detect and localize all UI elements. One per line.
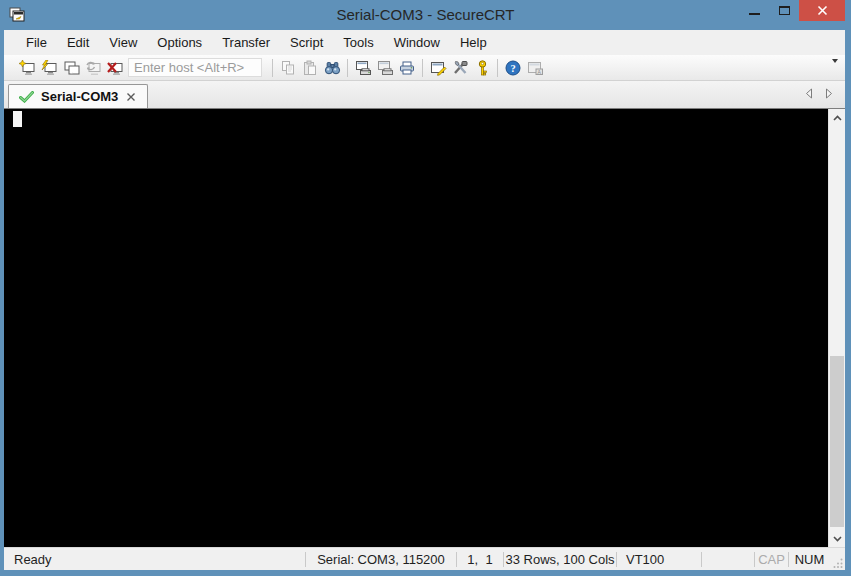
svg-text:?: ? — [510, 62, 515, 73]
connect-in-tab-icon — [63, 60, 80, 76]
chevron-up-icon — [833, 115, 842, 121]
toolbar-separator — [272, 59, 273, 77]
print-setup-button[interactable] — [396, 57, 418, 79]
scroll-up-button[interactable] — [829, 109, 845, 126]
status-cursor-position: 1, 1 — [457, 552, 503, 567]
menu-file[interactable]: File — [16, 31, 57, 54]
status-connection: Serial: COM3, 115200 — [306, 552, 456, 567]
copy-button[interactable] — [277, 57, 299, 79]
status-emulation: VT100 — [617, 552, 701, 567]
terminal-cursor — [13, 111, 22, 127]
disconnect-icon — [107, 60, 124, 76]
tab-label: Serial-COM3 — [41, 89, 118, 104]
host-input[interactable] — [128, 58, 262, 77]
quick-connect-button[interactable] — [38, 57, 60, 79]
keymap-button[interactable] — [471, 57, 493, 79]
menu-tools[interactable]: Tools — [333, 31, 383, 54]
window-controls — [739, 0, 845, 21]
menu-transfer[interactable]: Transfer — [212, 31, 280, 54]
window-title: Serial-COM3 - SecureCRT — [0, 0, 851, 30]
status-caps-indicator: CAP — [755, 552, 788, 567]
auto-print-button[interactable] — [374, 57, 396, 79]
close-icon — [817, 5, 828, 16]
menu-script[interactable]: Script — [280, 31, 333, 54]
menu-view[interactable]: View — [99, 31, 147, 54]
window-body: File Edit View Options Transfer Script T… — [4, 30, 845, 570]
toolbar-separator — [347, 59, 348, 77]
resize-grip[interactable] — [830, 548, 845, 570]
print-screen-button[interactable] — [352, 57, 374, 79]
tab-serial-com3[interactable]: Serial-COM3 — [8, 84, 148, 108]
connect-button[interactable] — [16, 57, 38, 79]
menubar: File Edit View Options Transfer Script T… — [4, 30, 845, 55]
securecrt-window: Serial-COM3 - SecureCRT File Edit View O… — [0, 0, 851, 576]
chevron-down-icon — [833, 536, 842, 542]
connect-in-tab-button[interactable] — [60, 57, 82, 79]
minimize-button[interactable] — [739, 0, 769, 21]
find-button[interactable] — [321, 57, 343, 79]
resize-grip-icon — [833, 558, 843, 568]
disconnect-button[interactable] — [104, 57, 126, 79]
global-options-icon — [452, 60, 469, 76]
menu-help[interactable]: Help — [450, 31, 497, 54]
tab-scroll-left-button[interactable] — [805, 88, 813, 99]
toolbar-overflow-button[interactable] — [829, 63, 840, 72]
scroll-down-button[interactable] — [829, 530, 845, 547]
reconnect-icon — [85, 60, 102, 76]
global-options-button[interactable] — [449, 57, 471, 79]
maximize-icon — [779, 6, 790, 15]
auto-print-icon — [377, 60, 394, 76]
tab-scroll-controls — [805, 88, 833, 99]
session-options-button[interactable] — [427, 57, 449, 79]
status-screen-size: 33 Rows, 100 Cols — [504, 552, 616, 567]
copy-icon — [280, 60, 296, 76]
menu-options[interactable]: Options — [147, 31, 212, 54]
help-button[interactable]: ? — [502, 57, 524, 79]
connected-check-icon — [19, 91, 34, 103]
securecrt-app-icon — [9, 7, 25, 23]
print-setup-icon — [399, 60, 415, 76]
scrollbar-track[interactable] — [829, 126, 845, 530]
reconnect-button[interactable] — [82, 57, 104, 79]
quick-connect-icon — [41, 60, 58, 76]
close-button[interactable] — [799, 0, 845, 21]
tab-scroll-right-button[interactable] — [825, 88, 833, 99]
terminal-screen[interactable] — [4, 109, 828, 547]
securefx-button[interactable]: A — [524, 57, 546, 79]
vertical-scrollbar[interactable] — [828, 109, 845, 547]
connect-icon — [19, 60, 36, 76]
toolbar: ? A — [4, 55, 845, 81]
minimize-icon — [749, 13, 760, 15]
print-screen-icon — [355, 60, 372, 76]
find-icon — [324, 60, 341, 76]
tab-scroll-left-icon — [805, 88, 813, 99]
keymap-icon — [476, 60, 489, 76]
securefx-icon: A — [527, 60, 544, 76]
toolbar-separator — [497, 59, 498, 77]
toolbar-separator — [422, 59, 423, 77]
statusbar: Ready Serial: COM3, 115200 1, 1 33 Rows,… — [4, 547, 845, 570]
tab-close-icon — [126, 92, 136, 102]
paste-icon — [302, 60, 318, 76]
tab-scroll-right-icon — [825, 88, 833, 99]
maximize-button[interactable] — [769, 0, 799, 21]
help-icon: ? — [505, 60, 521, 76]
tab-close-button[interactable] — [125, 92, 137, 102]
scrollbar-thumb[interactable] — [830, 356, 844, 527]
titlebar: Serial-COM3 - SecureCRT — [0, 0, 851, 30]
terminal-area — [4, 109, 845, 547]
menu-window[interactable]: Window — [384, 31, 450, 54]
session-options-icon — [430, 60, 447, 76]
status-ready: Ready — [4, 552, 305, 567]
paste-button[interactable] — [299, 57, 321, 79]
tabbar: Serial-COM3 — [4, 81, 845, 109]
menu-edit[interactable]: Edit — [57, 31, 99, 54]
status-num-indicator: NUM — [789, 552, 830, 567]
